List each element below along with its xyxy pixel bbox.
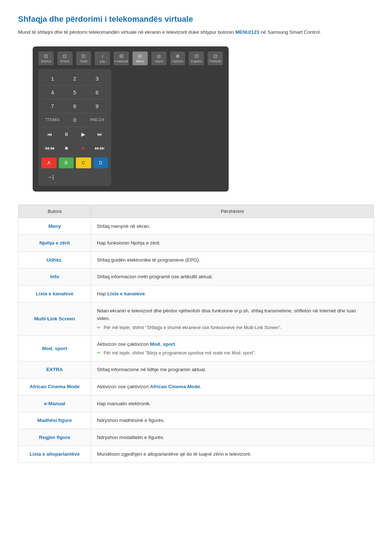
- intro-highlight: MENU/123: [235, 29, 259, 35]
- remote-btn-tools[interactable]: ⊡ Tools: [76, 52, 91, 65]
- col-header-description: Përshkrimi: [91, 205, 374, 218]
- note-multilink: ✏ Për më tepër, shihni "Shfaqja e shumë …: [97, 324, 368, 331]
- menu-icon: ⊞: [138, 53, 142, 59]
- transport-row-1: ⏮ ⏸ ▶ ⏭: [41, 128, 108, 141]
- table-row: Udhëz. Shfaq guidën elektronike të progr…: [19, 251, 374, 268]
- link-lista-kanaleve: Lista e kanaleve: [107, 291, 145, 296]
- color-btn-c[interactable]: C: [76, 157, 91, 168]
- table-row: Multi-Link Screen Ndan ekranin e televiz…: [19, 302, 374, 336]
- button-info: Info: [19, 268, 91, 286]
- button-lista-kanaleve: Lista e kanaleve: [19, 285, 91, 302]
- caption-icon: ⊡: [195, 53, 199, 59]
- button-lista-altop: Lista e altoparlantëve: [19, 446, 91, 463]
- btn-fastforward[interactable]: ⏭: [91, 128, 108, 141]
- table-row: Lista e altoparlantëve Mundëson zgjedhje…: [19, 446, 374, 463]
- numpad-row-2: 4 5 6: [41, 86, 108, 99]
- btn-rewind[interactable]: ⏮: [41, 128, 58, 141]
- numpad-row-1: 1 2 3: [41, 72, 108, 86]
- numpad-row-4: TTX/MIX 0 PRE-CH: [41, 113, 108, 127]
- remote-btn-caption[interactable]: ⊡ Caption: [189, 52, 204, 65]
- arrow-row: →|: [41, 171, 108, 183]
- table-row: EXTRA Shfaq informacione në lidhje me pr…: [19, 361, 374, 378]
- caption-label: Caption: [191, 59, 202, 63]
- desc-regjim: Ndryshon modalitetin e figurës.: [91, 429, 374, 446]
- button-madhësi: Madhësi figure: [19, 412, 91, 429]
- btn-record[interactable]: ●: [75, 141, 91, 155]
- table-row: Info Shfaq informacion rreth programit o…: [19, 268, 374, 286]
- numpad-1[interactable]: 1: [41, 72, 64, 86]
- desc-lista-altop: Mundëson zgjedhjen e altoparlantëve që d…: [91, 446, 374, 463]
- alarm-icon: ◎: [157, 53, 161, 59]
- color-btn-b[interactable]: B: [59, 157, 74, 168]
- table-row: Mod. sport Aktivizon ose çaktivizon Mod.…: [19, 336, 374, 361]
- options-icon: ⊕: [176, 53, 180, 59]
- numpad-6[interactable]: 6: [86, 86, 108, 99]
- desc-meny: Shfaq menynë në ekran.: [91, 218, 374, 235]
- numpad-2[interactable]: 2: [64, 72, 86, 86]
- tvmode-icon: ⊡: [213, 53, 217, 59]
- numpad-7[interactable]: 7: [41, 99, 64, 113]
- source-icon: ⊡: [44, 53, 48, 59]
- remote-btn-source[interactable]: ⊡ Source: [38, 52, 54, 65]
- emanual-icon: ⊟: [119, 53, 123, 59]
- info-icon: i: [102, 53, 103, 59]
- btn-play[interactable]: ▶: [75, 128, 91, 141]
- transport-row-2: ⏮⏮ ■ ● ⏭⏭: [41, 141, 108, 155]
- numpad-0[interactable]: 0: [64, 113, 86, 127]
- source-label: Source: [41, 59, 52, 63]
- btn-pause[interactable]: ⏸: [58, 128, 75, 141]
- intro-text: Mund të shfaqni dhe të përdorni telekoma…: [18, 29, 235, 35]
- desc-madhësi: Ndryshon madhësinë e figurës.: [91, 412, 374, 429]
- tools-label: Tools: [80, 59, 87, 63]
- psize-label: P.Size: [60, 59, 69, 63]
- button-african-cinema: African Cinema Mode: [19, 378, 91, 395]
- button-meny: Meny: [19, 218, 91, 235]
- note-modsport: ✏ Për më tepër, shihni "Bërja e programe…: [97, 349, 368, 357]
- btn-stop[interactable]: ■: [58, 141, 75, 155]
- remote-btn-psize[interactable]: ⊡ P.Size: [57, 52, 73, 65]
- numpad-5[interactable]: 5: [64, 86, 86, 99]
- desc-emanual: Hap manualin elektronik.: [91, 395, 374, 412]
- table-row: Regjim figure Ndryshon modalitetin e fig…: [19, 429, 374, 446]
- table-row: Meny Shfaq menynë në ekran.: [19, 218, 374, 235]
- tools-icon: ⊡: [82, 53, 86, 59]
- numpad-8[interactable]: 8: [64, 99, 86, 113]
- numpad-prech[interactable]: PRE-CH: [86, 113, 108, 127]
- table-row: African Cinema Mode Aktivizon ose çaktiv…: [19, 378, 374, 395]
- numpad-9[interactable]: 9: [86, 99, 108, 113]
- link-african-cinema: African Cinema Mode: [150, 384, 200, 389]
- remote-btn-menu[interactable]: ⊞ Menu: [132, 52, 148, 65]
- numpad-4[interactable]: 4: [41, 86, 64, 99]
- numpad-section: 1 2 3 4 5 6 7 8 9 TTX/MIX 0 PRE-CH ⏮ ⏸ ▶…: [38, 69, 111, 186]
- alarm-label: Alarm: [155, 59, 163, 63]
- color-btn-a[interactable]: A: [41, 157, 57, 168]
- button-emanual: e-Manual: [19, 395, 91, 412]
- numpad-3[interactable]: 3: [86, 72, 108, 86]
- psize-icon: ⊡: [63, 53, 67, 59]
- tvmode-label: TVMode: [209, 59, 221, 63]
- intro-paragraph: Mund të shfaqni dhe të përdorni telekoma…: [18, 28, 374, 36]
- desc-modsport: Aktivizon ose çaktivizon Mod. sport. ✏ P…: [91, 336, 374, 361]
- btn-prev-track[interactable]: ⏮⏮: [41, 141, 58, 155]
- button-extra: EXTRA: [19, 361, 91, 378]
- btn-arrow[interactable]: →|: [41, 171, 60, 183]
- button-modsport: Mod. sport: [19, 336, 91, 361]
- remote-btn-options[interactable]: ⊕ Options: [170, 52, 185, 65]
- remote-btn-emanual[interactable]: ⊟ e-Manual: [114, 52, 129, 65]
- desc-info: Shfaq informacion rreth programit ose ar…: [91, 268, 374, 286]
- numpad-ttxmix[interactable]: TTX/MIX: [41, 113, 64, 127]
- remote-btn-tvmode[interactable]: ⊡ TVMode: [208, 52, 223, 65]
- btn-next-track[interactable]: ⏭⏭: [91, 141, 108, 155]
- remote-btn-info[interactable]: i Info: [95, 52, 110, 65]
- desc-udhëz: Shfaq guidën elektronike të programeve (…: [91, 251, 374, 268]
- intro-suffix: në Samsung Smart Control.: [259, 29, 321, 35]
- desc-lista-kanaleve: Hap Lista e kanaleve.: [91, 285, 374, 302]
- table-row: Njohja e zërit Hap funksionin Njohja e z…: [19, 235, 374, 252]
- remote-control-panel: ⊡ Source ⊡ P.Size ⊡ Tools i Info ⊟ e-Man…: [33, 46, 229, 192]
- note-icon-modsport: ✏: [97, 350, 101, 356]
- color-btn-d[interactable]: D: [93, 157, 109, 168]
- remote-btn-alarm[interactable]: ◎ Alarm: [151, 52, 167, 65]
- desc-african-cinema: Aktivizon ose çaktivizon African Cinema …: [91, 378, 374, 395]
- emanual-label: e-Manual: [114, 59, 128, 63]
- numpad-row-3: 7 8 9: [41, 99, 108, 113]
